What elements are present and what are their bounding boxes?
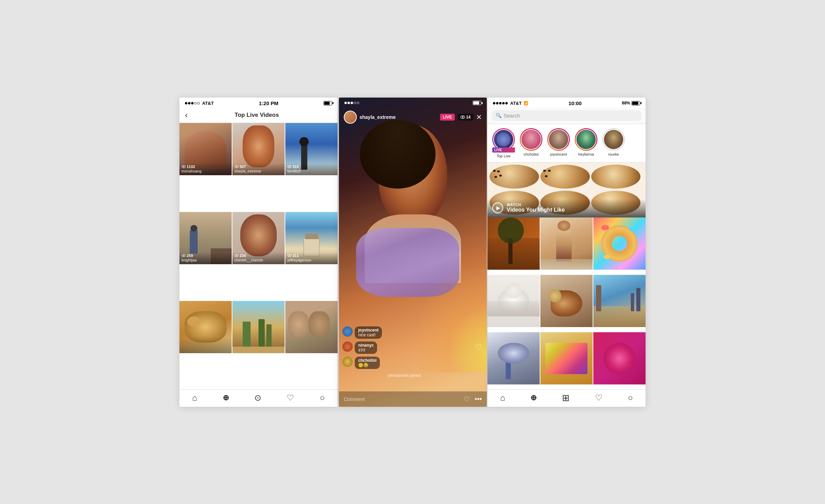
watch-text: WATCH Videos You Might Like bbox=[507, 203, 565, 213]
grid-item-6[interactable]: 211 jeffreydgerson bbox=[285, 212, 338, 264]
story-joyvincent[interactable]: joyvincent bbox=[547, 128, 570, 158]
dot1 bbox=[185, 102, 187, 104]
grid-item-7[interactable] bbox=[179, 301, 232, 353]
grid-overlay-3: 315 benfitch bbox=[285, 163, 338, 175]
stories-row: LIVE Top Live chchoitoi bbox=[487, 124, 646, 163]
story-heyberna[interactable]: heyberna bbox=[575, 128, 597, 158]
grid-username-4: knightjaa bbox=[182, 258, 230, 262]
live-header: shayla_extreme LIVE 14 ✕ bbox=[339, 107, 487, 127]
photo-1[interactable] bbox=[540, 217, 593, 270]
photo-8[interactable] bbox=[593, 332, 646, 384]
grid-item-4[interactable]: 259 knightjaa bbox=[179, 212, 232, 264]
comment-avatar-3[interactable] bbox=[342, 357, 353, 367]
rdot2 bbox=[496, 102, 498, 104]
grid-views-1: 1102 bbox=[182, 165, 230, 169]
comment-avatar-1[interactable] bbox=[342, 326, 353, 337]
photo-0[interactable] bbox=[487, 217, 540, 270]
more-icon[interactable]: ••• bbox=[475, 395, 482, 403]
story-avatar-bg-0 bbox=[494, 130, 513, 149]
story-top-live[interactable]: LIVE Top Live bbox=[492, 128, 515, 158]
live-label-badge: LIVE bbox=[492, 147, 515, 153]
head-1 bbox=[558, 221, 570, 231]
close-button[interactable]: ✕ bbox=[476, 113, 482, 121]
comment-input-placeholder[interactable]: Comment bbox=[344, 396, 464, 402]
search-bar[interactable]: 🔍 Search bbox=[492, 110, 641, 121]
photo-7[interactable] bbox=[540, 332, 593, 384]
grid-item-9[interactable] bbox=[285, 301, 338, 353]
grid-item-5[interactable]: 234 cherish__cherish bbox=[232, 212, 285, 264]
carrier-label: AT&T bbox=[202, 101, 214, 106]
story-chchoitoi[interactable]: chchoitoi bbox=[520, 128, 542, 158]
back-button[interactable]: ‹ bbox=[185, 110, 188, 120]
grid-views-6: 211 bbox=[287, 254, 336, 258]
tab-bar: ⌂ ⊕ ⊙ ♡ ○ bbox=[179, 389, 338, 407]
ldot4 bbox=[354, 102, 356, 104]
person-shape-1 bbox=[556, 228, 572, 262]
photo-4[interactable] bbox=[540, 275, 593, 327]
battery-icon bbox=[323, 101, 332, 105]
live-bottom-bar: Comment ♡ ••• bbox=[339, 391, 487, 407]
comment-2: ninanyc لالالا bbox=[342, 341, 466, 354]
comment-avatar-2[interactable] bbox=[342, 341, 353, 352]
battery-fill bbox=[324, 102, 330, 105]
heart-button-live[interactable]: ♡ bbox=[475, 343, 482, 352]
battery-tip bbox=[482, 102, 483, 104]
battery-percent: 88% bbox=[622, 101, 630, 105]
right-profile-tab[interactable]: ○ bbox=[628, 393, 633, 403]
right-add-tab[interactable]: ⊞ bbox=[562, 393, 570, 402]
watch-title: Videos You Might Like bbox=[507, 207, 565, 213]
left-phone-screen: AT&T 1:20 PM ‹ Top Live Videos bbox=[179, 98, 338, 407]
camera-tab[interactable]: ⊙ bbox=[254, 393, 261, 403]
right-home-tab[interactable]: ⌂ bbox=[500, 393, 505, 403]
grid-item-1[interactable]: 1102 monahuang bbox=[179, 123, 232, 175]
time-display: 1:20 PM bbox=[259, 100, 278, 106]
photo-6-center bbox=[498, 343, 529, 364]
grid-overlay-5: 234 cherish__cherish bbox=[232, 252, 285, 264]
right-time: 10:00 bbox=[569, 100, 582, 106]
story-avatar-bg-3 bbox=[576, 130, 596, 149]
story-name-2: joyvincent bbox=[550, 152, 567, 156]
grid-item-3[interactable]: 315 benfitch bbox=[285, 123, 338, 175]
right-status-bar: AT&T 📶 10:00 88% bbox=[487, 98, 646, 108]
photo-6[interactable] bbox=[487, 332, 540, 384]
story-ring-1 bbox=[520, 128, 542, 151]
signal-area-live bbox=[344, 102, 359, 104]
profile-tab[interactable]: ○ bbox=[320, 393, 325, 403]
live-action-icons: ♡ ••• bbox=[464, 395, 482, 403]
eye-icon-5 bbox=[234, 254, 239, 257]
live-streamer-avatar[interactable] bbox=[344, 111, 357, 124]
right-battery-area: 88% bbox=[622, 101, 640, 105]
watch-banner[interactable]: ▶ WATCH Videos You Might Like bbox=[487, 163, 646, 217]
photo-5[interactable] bbox=[593, 275, 646, 327]
live-viewers-count: 14 bbox=[458, 114, 473, 121]
like-icon[interactable]: ♡ bbox=[464, 395, 470, 403]
story-rourke[interactable]: rourke bbox=[602, 128, 625, 158]
comment-text-3: 🙃😂 bbox=[358, 363, 376, 368]
story-ring-4 bbox=[602, 128, 625, 151]
animal-head bbox=[506, 283, 521, 299]
grid-item-8[interactable] bbox=[232, 301, 285, 353]
right-search-tab[interactable]: ⊕ bbox=[530, 393, 537, 402]
play-button[interactable]: ▶ bbox=[492, 202, 503, 213]
comment-bubble-1: joyvincent nice cast! bbox=[355, 326, 382, 339]
right-battery-fill bbox=[632, 102, 638, 105]
grid-username-1: monahuang bbox=[182, 169, 230, 173]
ldot2 bbox=[348, 102, 350, 104]
comment-text-2: لالالا bbox=[358, 348, 374, 352]
colorblock bbox=[546, 343, 587, 374]
comment-3: chchoitoi 🙃😂 bbox=[342, 357, 466, 369]
right-heart-tab[interactable]: ♡ bbox=[595, 393, 603, 403]
watch-label: WATCH bbox=[507, 203, 565, 207]
photo-2[interactable] bbox=[593, 217, 646, 270]
rdot3 bbox=[499, 102, 502, 104]
search-tab[interactable]: ⊕ bbox=[223, 393, 229, 402]
nav-header: ‹ Top Live Videos bbox=[179, 108, 338, 123]
photo-grid bbox=[487, 217, 646, 389]
watch-overlay: ▶ WATCH Videos You Might Like bbox=[487, 199, 646, 217]
search-icon: 🔍 bbox=[496, 113, 502, 118]
grid-item-2[interactable]: 507 shayla_extreme bbox=[232, 123, 285, 175]
heart-tab[interactable]: ♡ bbox=[287, 393, 294, 403]
home-tab[interactable]: ⌂ bbox=[192, 393, 197, 403]
beach-ground bbox=[540, 259, 593, 269]
photo-3[interactable] bbox=[487, 275, 540, 327]
